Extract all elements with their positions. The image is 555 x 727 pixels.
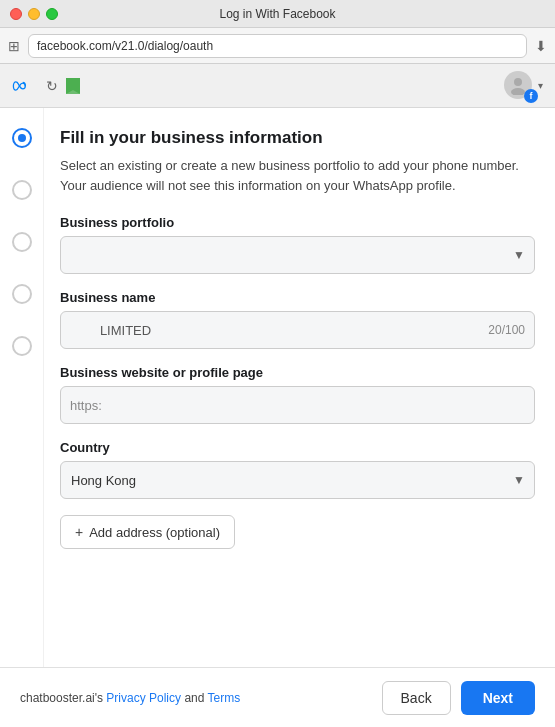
step-1-indicator xyxy=(12,128,32,148)
business-website-label: Business website or profile page xyxy=(60,365,535,380)
steps-sidebar xyxy=(0,108,44,727)
website-wrapper: https: xyxy=(60,386,535,424)
user-avatar[interactable]: f xyxy=(504,71,534,101)
account-dropdown-icon[interactable]: ▾ xyxy=(538,80,543,91)
plus-icon: + xyxy=(75,524,83,540)
footer-and: and xyxy=(184,691,207,705)
country-select[interactable]: Hong Kong xyxy=(60,461,535,499)
step-5-indicator xyxy=(12,336,32,356)
maximize-button[interactable] xyxy=(46,8,58,20)
minimize-button[interactable] xyxy=(28,8,40,20)
meta-wordmark-icon xyxy=(12,78,40,94)
meta-logo: ↻ xyxy=(12,77,82,95)
add-address-button[interactable]: + Add address (optional) xyxy=(60,515,235,549)
privacy-policy-link[interactable]: Privacy Policy xyxy=(106,691,181,705)
download-icon[interactable]: ⬇ xyxy=(535,38,547,54)
tabs-icon[interactable]: ⊞ xyxy=(8,38,20,54)
back-button[interactable]: Back xyxy=(382,681,451,715)
main-content: Fill in your business information Select… xyxy=(0,108,555,727)
svg-point-1 xyxy=(514,78,522,86)
svg-point-2 xyxy=(511,88,525,95)
toolbar-right: f ▾ xyxy=(504,71,543,101)
step-4-indicator xyxy=(12,284,32,304)
footer-brand: chatbooster.ai's xyxy=(20,691,106,705)
add-address-label: Add address (optional) xyxy=(89,525,220,540)
business-name-input[interactable] xyxy=(60,311,535,349)
toolbar-refresh-icon[interactable]: ↻ xyxy=(46,78,58,94)
footer-text: chatbooster.ai's Privacy Policy and Term… xyxy=(20,691,382,705)
form-content: Fill in your business information Select… xyxy=(44,108,555,727)
business-portfolio-select[interactable] xyxy=(60,236,535,274)
business-portfolio-label: Business portfolio xyxy=(60,215,535,230)
form-title: Fill in your business information xyxy=(60,128,535,148)
terms-link[interactable]: Terms xyxy=(208,691,241,705)
business-name-group: Business name 20/100 xyxy=(60,290,535,349)
business-name-label: Business name xyxy=(60,290,535,305)
business-website-group: Business website or profile page https: xyxy=(60,365,535,424)
website-prefix: https: xyxy=(70,398,102,413)
facebook-badge: f xyxy=(524,89,538,103)
business-name-wrapper: 20/100 xyxy=(60,311,535,349)
step-2-indicator xyxy=(12,180,32,200)
char-count: 20/100 xyxy=(488,323,525,337)
footer-buttons: Back Next xyxy=(382,681,535,715)
nav-icons: ⊞ xyxy=(8,38,20,54)
window-title: Log in With Facebook xyxy=(219,7,335,21)
browser-toolbar: ↻ f ▾ xyxy=(0,64,555,108)
business-portfolio-select-wrapper: ▼ xyxy=(60,236,535,274)
business-portfolio-group: Business portfolio ▼ xyxy=(60,215,535,274)
title-bar: Log in With Facebook xyxy=(0,0,555,28)
toolbar-bookmark-icon[interactable] xyxy=(64,77,82,95)
traffic-lights xyxy=(10,8,58,20)
country-select-wrapper: Hong Kong ▼ xyxy=(60,461,535,499)
next-button[interactable]: Next xyxy=(461,681,535,715)
country-group: Country Hong Kong ▼ xyxy=(60,440,535,499)
footer: chatbooster.ai's Privacy Policy and Term… xyxy=(0,667,555,727)
country-label: Country xyxy=(60,440,535,455)
close-button[interactable] xyxy=(10,8,22,20)
step-3-indicator xyxy=(12,232,32,252)
business-website-input[interactable] xyxy=(60,386,535,424)
url-input[interactable] xyxy=(28,34,527,58)
form-description: Select an existing or create a new busin… xyxy=(60,156,535,195)
address-bar: ⊞ ⬇ xyxy=(0,28,555,64)
